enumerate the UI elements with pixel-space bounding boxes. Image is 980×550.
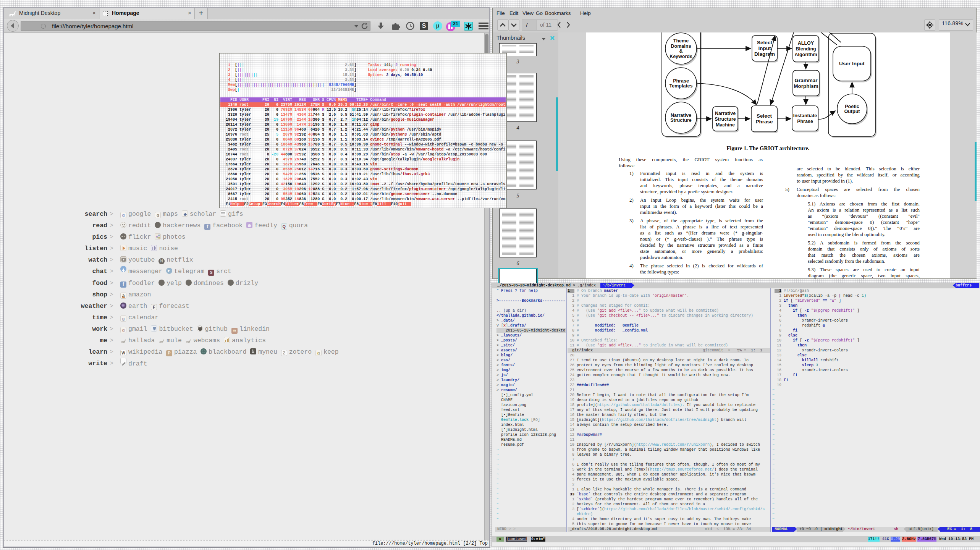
svg-text:Select: Select: [757, 40, 772, 45]
svg-text:Poetic: Poetic: [845, 104, 859, 109]
svg-text:Narrative: Narrative: [715, 111, 736, 116]
svg-text:Narrative: Narrative: [671, 113, 691, 118]
svg-text:Output: Output: [844, 109, 860, 114]
svg-text:Select: Select: [757, 113, 772, 119]
svg-text:Diagram: Diagram: [754, 51, 775, 57]
svg-text:Phrase: Phrase: [673, 78, 689, 84]
svg-text:Keywords: Keywords: [670, 54, 692, 59]
svg-text:Machine: Machine: [716, 122, 735, 128]
svg-text:Phrase: Phrase: [797, 119, 813, 124]
svg-text:Grammar: Grammar: [794, 78, 818, 83]
svg-text:Domains: Domains: [671, 44, 691, 49]
svg-text:Phrase: Phrase: [755, 119, 773, 125]
svg-text:Theme: Theme: [673, 38, 689, 44]
svg-text:Blending: Blending: [796, 46, 816, 52]
svg-text:Structure: Structure: [670, 118, 692, 123]
svg-text:Algorithm: Algorithm: [794, 52, 817, 57]
svg-text:Templates: Templates: [670, 83, 693, 89]
svg-text:Instantiate: Instantiate: [793, 113, 817, 118]
svg-text:Structure: Structure: [715, 116, 736, 122]
svg-text:ALLOY: ALLOY: [798, 40, 814, 46]
svg-text:Input: Input: [758, 45, 771, 51]
svg-text:&: &: [679, 49, 682, 54]
svg-text:Morphism: Morphism: [794, 83, 818, 89]
svg-text:User Input: User Input: [839, 61, 865, 66]
